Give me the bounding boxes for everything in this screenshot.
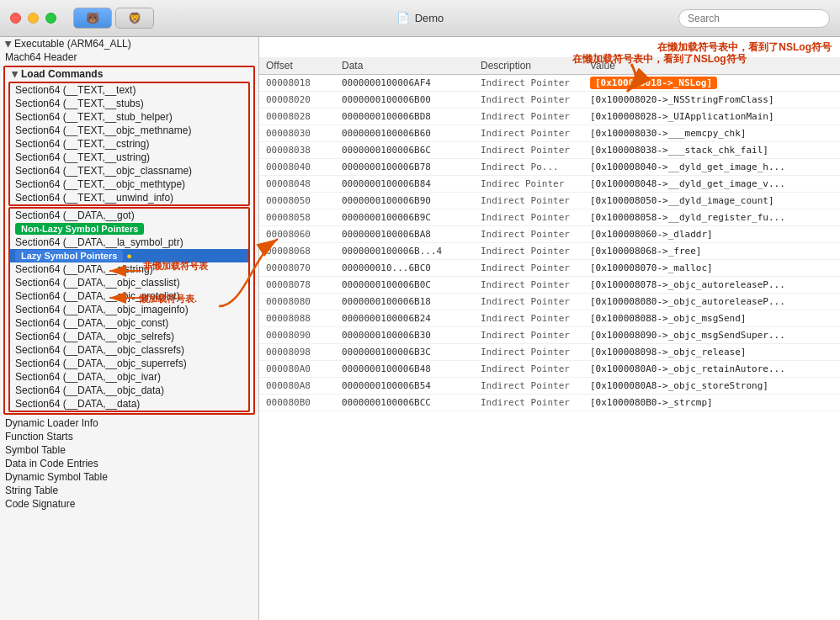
table-row[interactable]: 00008050 0000000100006B90 Indirect Point… — [259, 193, 840, 209]
cell-data: 0000000100006B0C — [335, 278, 474, 291]
cell-offset: 000080B0 — [259, 396, 335, 409]
cell-desc: Indirect Pointer — [474, 144, 583, 156]
cell-value: [0x100008098->_objc_release] — [583, 346, 840, 358]
toolbar-btn-1[interactable]: 🐻 — [73, 8, 112, 29]
cell-offset: 00008038 — [259, 144, 335, 156]
cell-offset: 00008050 — [259, 194, 335, 207]
sidebar-item-symbol-table[interactable]: Symbol Table — [0, 443, 258, 457]
table-row[interactable]: 00008088 0000000100006B24 Indirect Point… — [259, 310, 840, 327]
sidebar-item-text-ustring[interactable]: Section64 (__TEXT,__ustring) — [10, 151, 248, 164]
cell-value: [0x1000080A0->_objc_retainAutore... — [583, 363, 840, 375]
sidebar-item-non-lazy[interactable]: Non-Lazy Symbol Pointers — [10, 222, 248, 236]
data-table: 00008018 0000000100006AF4 Indirect Point… — [259, 75, 840, 411]
sidebar-item-function-starts[interactable]: Function Starts — [0, 430, 258, 443]
cell-desc: Indirect Pointer — [474, 77, 583, 89]
highlighted-value: [0x100008018->_NSLog] — [590, 77, 717, 89]
sidebar-item-text-objc-methtype[interactable]: Section64 (__TEXT,__objc_methtype) — [10, 178, 248, 191]
col-header-data: Data — [335, 60, 474, 72]
toolbar-btn-2[interactable]: 🦁 — [115, 8, 154, 29]
search-input[interactable] — [678, 9, 830, 28]
sidebar-item-text-unwind-info[interactable]: Section64 (__TEXT,__unwind_info) — [10, 191, 248, 204]
sidebar-item-objc-const[interactable]: Section64 (__DATA,__objc_const) — [10, 316, 248, 330]
minimize-button[interactable] — [28, 13, 39, 24]
maximize-button[interactable] — [45, 13, 56, 24]
sidebar-item-objc-imageinfo[interactable]: Section64 (__DATA,__objc_imageinfo) — [10, 303, 248, 316]
annotation-nslog: 在懒加载符号表中，看到了NSLog符号 — [657, 40, 832, 55]
cell-offset: 00008090 — [259, 329, 335, 342]
sidebar-item-lazy[interactable]: Lazy Symbol Pointers ● — [10, 249, 248, 262]
table-row[interactable]: 00008028 0000000100006BD8 Indirect Point… — [259, 109, 840, 125]
cell-desc: Indirect Pointer — [474, 312, 583, 325]
sidebar-item-text-stubs[interactable]: Section64 (__TEXT,__stubs) — [10, 97, 248, 110]
chevron-down-icon: ▶ — [11, 71, 20, 77]
table-row[interactable]: 00008080 0000000100006B18 Indirect Point… — [259, 294, 840, 310]
cell-offset: 00008088 — [259, 312, 335, 325]
table-row[interactable]: 00008018 0000000100006AF4 Indirect Point… — [259, 75, 840, 92]
sidebar[interactable]: ▶ Executable (ARM64_ALL) Mach64 Header ▶… — [0, 37, 259, 620]
sidebar-item-executable[interactable]: ▶ Executable (ARM64_ALL) — [0, 37, 258, 50]
sidebar-item-data-in-code[interactable]: Data in Code Entries — [0, 457, 258, 470]
sidebar-item-load-commands[interactable]: ▶ Load Commands — [5, 67, 253, 81]
cell-data: 0000000100006B54 — [335, 379, 474, 392]
table-row[interactable]: 000080B0 0000000100006BCC Indirect Point… — [259, 395, 840, 411]
content-area: 在懒加载符号表中，看到了NSLog符号 Offset Data Descript… — [259, 37, 840, 620]
cell-offset: 00008078 — [259, 278, 335, 291]
cell-offset: 00008068 — [259, 245, 335, 257]
sidebar-item-objc-ivar[interactable]: Section64 (__DATA,__objc_ivar) — [10, 370, 248, 384]
table-row[interactable]: 00008020 0000000100006B00 Indirect Point… — [259, 92, 840, 109]
sidebar-item-text-text[interactable]: Section64 (__TEXT,__text) — [10, 83, 248, 97]
cell-desc: Indirect Pointer — [474, 127, 583, 140]
cell-desc: Indirect Pointer — [474, 110, 583, 123]
table-row[interactable]: 00008060 0000000100006BA8 Indirect Point… — [259, 226, 840, 243]
cell-data: 0000000100006AF4 — [335, 77, 474, 89]
table-row[interactable]: 00008040 0000000100006B78 Indirect Po...… — [259, 159, 840, 176]
sidebar-item-text-objc-classname[interactable]: Section64 (__TEXT,__objc_classname) — [10, 164, 248, 178]
cell-value: [0x100008088->_objc_msgSend] — [583, 312, 840, 325]
cell-data: 0000000100006B84 — [335, 178, 474, 190]
col-header-offset: Offset — [259, 60, 335, 72]
sidebar-item-cfstring[interactable]: Section64 (__DATA,__cfstring) — [10, 262, 248, 276]
table-row[interactable]: 00008070 000000010...6BC0 Indirect Point… — [259, 260, 840, 277]
sidebar-item-data-got[interactable]: Section64 (__DATA,__got) — [10, 209, 248, 222]
table-row[interactable]: 000080A0 0000000100006B48 Indirect Point… — [259, 361, 840, 378]
sidebar-item-mach64-header[interactable]: Mach64 Header — [0, 50, 258, 64]
sidebar-item-objc-data[interactable]: Section64 (__DATA,__objc_data) — [10, 384, 248, 397]
cell-value: [0x100008028->_UIApplicationMain] — [583, 110, 840, 123]
table-row[interactable]: 00008098 0000000100006B3C Indirect Point… — [259, 344, 840, 361]
cell-data: 0000000100006B24 — [335, 312, 474, 325]
sidebar-item-dynamic-loader[interactable]: Dynamic Loader Info — [0, 416, 258, 430]
sidebar-item-text-cstring[interactable]: Section64 (__TEXT,__cstring) — [10, 137, 248, 151]
close-button[interactable] — [10, 13, 21, 24]
table-row[interactable]: 00008068 0000000100006B...4 Indirect Poi… — [259, 243, 840, 260]
table-row[interactable]: 00008090 0000000100006B30 Indirect Point… — [259, 327, 840, 344]
cell-value: [0x100008090->_objc_msgSendSuper... — [583, 329, 840, 342]
table-row[interactable]: 000080A8 0000000100006B54 Indirect Point… — [259, 378, 840, 395]
sidebar-item-text-objc-methname[interactable]: Section64 (__TEXT,__objc_methname) — [10, 124, 248, 137]
table-row[interactable]: 00008078 0000000100006B0C Indirect Point… — [259, 277, 840, 294]
table-row[interactable]: 00008048 0000000100006B84 Indirec Pointe… — [259, 176, 840, 193]
cell-data: 000000010...6BC0 — [335, 262, 474, 274]
cell-desc: Indirect Pointer — [474, 346, 583, 358]
sidebar-item-code-signature[interactable]: Code Signature — [0, 497, 258, 511]
cell-offset: 00008020 — [259, 93, 335, 106]
sidebar-item-objc-classrefs[interactable]: Section64 (__DATA,__objc_classrefs) — [10, 343, 248, 357]
sidebar-item-la-symbol[interactable]: Section64 (__DATA,__la_symbol_ptr) — [10, 236, 248, 249]
lazy-dot: ● — [126, 251, 132, 261]
cell-offset: 00008028 — [259, 110, 335, 123]
sidebar-item-objc-superrefs[interactable]: Section64 (__DATA,__objc_superrefs) — [10, 357, 248, 370]
sidebar-item-objc-protolist[interactable]: Section64 (__DATA,__objc_protolist) — [10, 289, 248, 303]
sidebar-item-dynamic-symbol-table[interactable]: Dynamic Symbol Table — [0, 470, 258, 484]
sidebar-item-data-data[interactable]: Section64 (__DATA,__data) — [10, 397, 248, 411]
sidebar-item-objc-classlist[interactable]: Section64 (__DATA,__objc_classlist) — [10, 276, 248, 289]
cell-offset: 00008070 — [259, 262, 335, 274]
cell-desc: Indirect Pointer — [474, 295, 583, 308]
cell-offset: 00008048 — [259, 178, 335, 190]
table-row[interactable]: 00008058 0000000100006B9C Indirect Point… — [259, 209, 840, 226]
sidebar-item-text-stub-helper[interactable]: Section64 (__TEXT,__stub_helper) — [10, 110, 248, 124]
cell-value: [0x100008030->___memcpy_chk] — [583, 127, 840, 140]
table-row[interactable]: 00008030 0000000100006B60 Indirect Point… — [259, 125, 840, 142]
table-row[interactable]: 00008038 0000000100006B6C Indirect Point… — [259, 142, 840, 159]
sidebar-item-objc-selrefs[interactable]: Section64 (__DATA,__objc_selrefs) — [10, 330, 248, 343]
cell-data: 0000000100006B18 — [335, 295, 474, 308]
sidebar-item-string-table[interactable]: String Table — [0, 484, 258, 497]
